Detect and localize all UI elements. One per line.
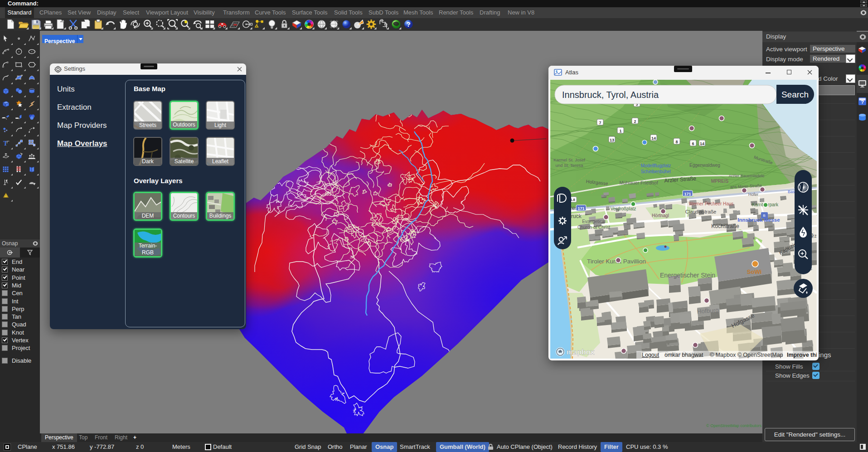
svg-text:Hörtnagl: Hörtnagl [652, 213, 669, 218]
svg-text:Scheibenbühel: Scheibenbühel [641, 169, 671, 174]
svg-text:?: ? [407, 21, 411, 28]
svg-text:Kochstraße: Kochstraße [711, 223, 739, 229]
svg-text:Karmel St. Josef: Karmel St. Josef [553, 157, 585, 162]
svg-text:MPREIS: MPREIS [711, 179, 729, 184]
svg-text:2: 2 [634, 119, 636, 124]
svg-text:171: 171 [684, 192, 691, 196]
svg-text:Church of Christ: Church of Christ [577, 225, 610, 230]
svg-text:Energetischer Stein: Energetischer Stein [660, 272, 715, 279]
svg-text:6: 6 [692, 141, 694, 146]
svg-text:14: 14 [651, 136, 656, 141]
svg-text:omkar bhagwat: omkar bhagwat [664, 352, 703, 358]
svg-text:?: ? [861, 99, 864, 105]
svg-text:L8: L8 [571, 198, 575, 202]
svg-text:Logout: Logout [642, 352, 659, 358]
svg-text:mapbox: mapbox [567, 348, 594, 356]
svg-text:Arzler Bauernladele: Arzler Bauernladele [728, 174, 764, 178]
svg-text:Innsbruck, Tyrol, Austria: Innsbruck, Tyrol, Austria [562, 90, 659, 100]
svg-text:Eggenwaldweg: Eggenwaldweg [689, 163, 720, 168]
svg-text:Modellflugplatz: Modellflugplatz [641, 163, 671, 168]
svg-text:Verdroßplatz: Verdroßplatz [611, 206, 636, 211]
svg-text:14: 14 [700, 141, 704, 146]
svg-text:Search: Search [781, 90, 809, 99]
svg-text:Mühlauer Friedhof: Mühlauer Friedhof [619, 180, 658, 185]
svg-text:171: 171 [577, 206, 584, 211]
svg-text:1: 1 [619, 129, 621, 133]
svg-text:SoWi: SoWi [747, 268, 761, 275]
svg-text:Claudiastraße: Claudiastraße [685, 209, 716, 214]
svg-text:8: 8 [675, 140, 678, 144]
svg-text:und St. Teresa: und St. Teresa [555, 163, 583, 168]
svg-text:Innsbruck Messe: Innsbruck Messe [737, 217, 780, 223]
svg-text:7: 7 [599, 121, 601, 125]
svg-text:Evangetical: Evangetical [582, 219, 606, 224]
svg-text:© Mapbox © OpenStreetMap: © Mapbox © OpenStreetMap [710, 352, 783, 358]
svg-text:Hofer: Hofer [748, 192, 758, 197]
svg-text:B: B [763, 214, 765, 218]
svg-text:13: 13 [610, 138, 614, 142]
svg-text:Improve this map: Improve this map [787, 352, 817, 358]
svg-text:Werner Pircheer Haus: Werner Pircheer Haus [689, 201, 734, 206]
